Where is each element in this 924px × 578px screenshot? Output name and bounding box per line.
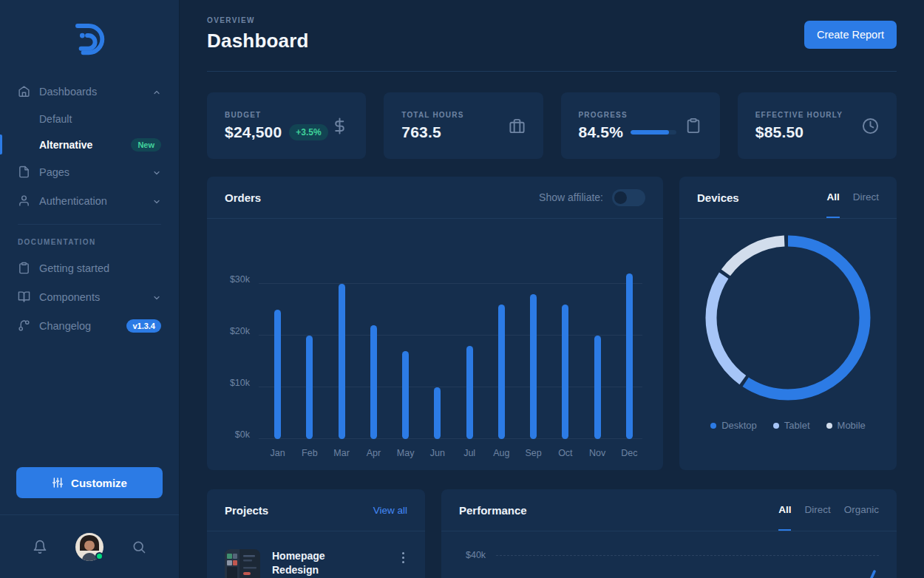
stats-row: BUDGET $24,500 +3.5% TOTAL HOURS 763.5	[207, 92, 897, 159]
bar[interactable]	[306, 336, 313, 439]
stat-card-effective-hourly: EFFECTIVE HOURLY $85.50	[738, 92, 897, 159]
devices-donut-chart	[705, 235, 871, 401]
clipboard-icon	[685, 118, 702, 135]
version-badge: v1.3.4	[126, 319, 161, 333]
stat-value: 84.5%	[579, 123, 624, 141]
bar-column[interactable]: Oct	[549, 232, 581, 439]
bar[interactable]	[274, 310, 281, 439]
bar-column[interactable]: Sep	[517, 232, 549, 439]
show-affiliate-toggle[interactable]	[612, 189, 645, 206]
performance-card: Performance All Direct Organic $40k	[441, 489, 897, 578]
sidebar-nav: Dashboards Default Alternative New Pages	[0, 77, 179, 340]
bar-column[interactable]: Jul	[454, 232, 486, 439]
bar-column[interactable]: Nov	[582, 232, 614, 439]
bar-column[interactable]: Apr	[358, 232, 390, 439]
legend-item[interactable]: Desktop	[710, 420, 757, 431]
x-axis-tick: Apr	[358, 448, 390, 458]
sidebar-item-getting-started[interactable]: Getting started	[0, 254, 179, 282]
stat-label: PROGRESS	[579, 111, 685, 119]
bell-icon[interactable]	[33, 540, 47, 554]
y-axis-tick: $20k	[217, 326, 250, 336]
bar-column[interactable]: Jun	[421, 232, 453, 439]
project-list-item[interactable]: Homepage Redesign	[207, 531, 425, 578]
performance-tab-direct[interactable]: Direct	[804, 489, 830, 531]
avatar[interactable]	[75, 533, 103, 561]
bar[interactable]	[466, 346, 473, 439]
bar-column[interactable]: Jan	[262, 232, 293, 439]
stat-label: TOTAL HOURS	[401, 111, 463, 119]
chevron-down-icon	[152, 197, 161, 205]
kebab-menu-icon[interactable]	[399, 549, 407, 566]
x-axis-tick: Jan	[262, 448, 293, 458]
sidebar-item-label: Components	[39, 291, 100, 303]
x-axis-tick: Oct	[549, 448, 581, 458]
sidebar-item-components[interactable]: Components	[0, 282, 179, 311]
book-open-icon	[18, 290, 30, 303]
sidebar-item-alternative[interactable]: Alternative New	[0, 132, 179, 157]
bar[interactable]	[530, 294, 537, 439]
y-axis-tick: $0k	[217, 429, 250, 440]
customize-button-label: Customize	[71, 477, 127, 489]
project-thumbnail	[225, 549, 260, 578]
bar-column[interactable]: Mar	[326, 232, 358, 439]
projects-card: Projects View all	[207, 489, 425, 578]
sidebar-item-authentication[interactable]: Authentication	[0, 186, 179, 215]
legend-label: Mobile	[838, 420, 866, 431]
clock-icon	[862, 118, 879, 135]
bar[interactable]	[370, 325, 377, 439]
view-all-link[interactable]: View all	[373, 505, 407, 516]
sidebar-item-dashboards[interactable]: Dashboards	[0, 77, 179, 106]
sidebar-footer	[0, 514, 179, 578]
sidebar-item-label: Changelog	[39, 320, 91, 332]
performance-line-chart: $40k	[441, 531, 897, 578]
search-icon[interactable]	[132, 540, 146, 554]
legend-dot	[710, 423, 716, 429]
legend-label: Tablet	[784, 420, 810, 431]
bar[interactable]	[434, 387, 441, 439]
performance-tab-organic[interactable]: Organic	[844, 489, 879, 531]
create-report-button[interactable]: Create Report	[804, 21, 897, 49]
bar-column[interactable]: Dec	[614, 232, 645, 439]
devices-card: Devices All Direct DesktopTabletMobile	[679, 177, 897, 470]
customize-button[interactable]: Customize	[16, 467, 163, 498]
legend-label: Desktop	[721, 420, 757, 431]
page-header: OVERVIEW Dashboard Create Report	[207, 16, 897, 52]
bar[interactable]	[594, 336, 601, 439]
projects-card-title: Projects	[225, 504, 268, 517]
devices-tab-all[interactable]: All	[826, 177, 839, 218]
bar[interactable]	[339, 284, 345, 439]
sidebar-item-pages[interactable]: Pages	[0, 157, 179, 186]
y-axis-tick: $10k	[217, 378, 250, 388]
x-axis-tick: May	[390, 448, 421, 458]
page-title: Dashboard	[207, 30, 309, 52]
stat-card-total-hours: TOTAL HOURS 763.5	[384, 92, 543, 159]
bar-column[interactable]: Feb	[293, 232, 325, 439]
bar-column[interactable]: May	[390, 232, 421, 439]
brand-logo[interactable]	[0, 0, 179, 77]
sidebar-item-default[interactable]: Default	[0, 106, 179, 132]
orders-card-title: Orders	[225, 191, 261, 204]
bar[interactable]	[498, 305, 505, 439]
x-axis-tick: Dec	[614, 448, 645, 458]
bar[interactable]	[402, 351, 409, 439]
sidebar-item-label: Dashboards	[39, 86, 97, 98]
devices-tab-direct[interactable]: Direct	[853, 177, 879, 218]
x-axis-tick: Feb	[293, 448, 325, 458]
bar-column[interactable]: Aug	[486, 232, 517, 439]
legend-item[interactable]: Tablet	[773, 420, 810, 431]
sidebar-item-changelog[interactable]: Changelog v1.3.4	[0, 311, 179, 340]
chevron-down-icon	[152, 293, 161, 302]
bar[interactable]	[562, 305, 568, 439]
legend-dot	[773, 423, 779, 429]
legend-item[interactable]: Mobile	[826, 420, 866, 431]
stat-value: 763.5	[401, 123, 441, 141]
stat-label: EFFECTIVE HOURLY	[755, 111, 843, 119]
show-affiliate-label: Show affiliate:	[539, 191, 603, 203]
chevron-down-icon	[152, 168, 161, 177]
performance-tab-all[interactable]: All	[778, 489, 791, 531]
bar[interactable]	[626, 273, 633, 439]
stat-label: BUDGET	[225, 111, 328, 119]
stat-card-budget: BUDGET $24,500 +3.5%	[207, 92, 366, 159]
stat-value: $24,500	[225, 123, 282, 141]
git-branch-icon	[18, 319, 30, 332]
